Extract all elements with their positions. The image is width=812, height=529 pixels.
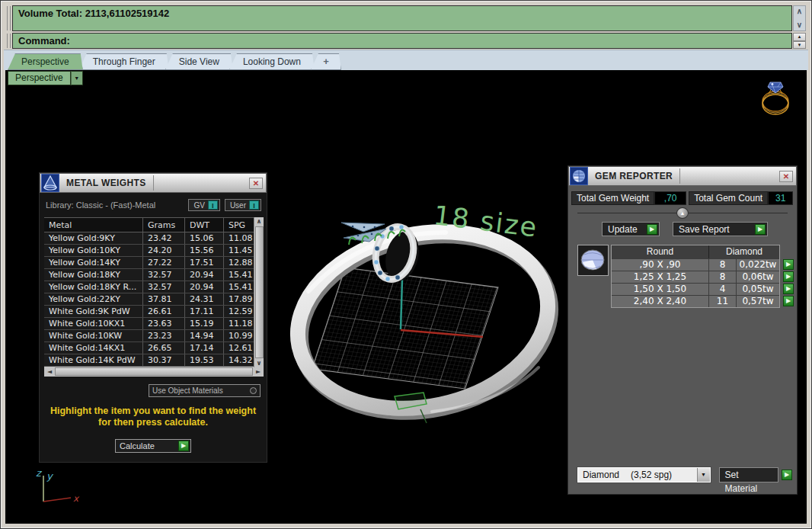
gem-table-row[interactable]: 1,50 X 1,50 4 0,05tw ▶ <box>612 283 779 295</box>
gem-table-row[interactable]: ,90 X ,90 8 0,022tw ▶ <box>612 258 779 271</box>
info-icon: I <box>208 200 218 210</box>
gem-row-action-button[interactable]: ▶ <box>783 284 794 294</box>
user-toggle-button[interactable]: User I <box>225 199 261 211</box>
metal-name-cell: White Gold:10KW <box>44 330 143 341</box>
material-spg: (3,52 spg) <box>631 470 672 480</box>
column-header-dwt[interactable]: DWT <box>185 218 224 232</box>
collapse-button[interactable]: ▲ <box>676 207 689 219</box>
metal-name-cell: Yellow Gold:18KY R... <box>44 281 143 293</box>
metal-table-vscrollbar[interactable]: ∧ ∨ <box>254 217 264 367</box>
column-header-diamond[interactable]: Diamond <box>709 245 779 258</box>
gem-table-row[interactable]: 1,25 X 1,25 8 0,06tw ▶ <box>612 271 779 283</box>
metal-table-row[interactable]: Yellow Gold:18KY 32.57 20.94 15.41 <box>44 269 264 281</box>
set-material-go-button[interactable]: ▶ <box>782 470 792 480</box>
grams-cell: 23.63 <box>143 318 185 329</box>
scroll-down-icon[interactable]: ∨ <box>257 359 262 367</box>
use-object-materials-dropdown[interactable]: Use Object Materials <box>149 384 261 397</box>
tab-looking-down[interactable]: Looking Down <box>229 53 315 70</box>
metal-table-row[interactable]: Yellow Gold:10KY 24.20 15.56 11.45 <box>44 245 264 257</box>
metal-table-row[interactable]: White Gold:10KX1 23.63 15.19 11.18 <box>44 318 264 330</box>
gv-toggle-button[interactable]: GV I <box>188 199 219 211</box>
metal-table-row[interactable]: Yellow Gold:14KY 27.22 17.51 12.88 <box>44 257 264 269</box>
gem-weight-cell: 0,05tw <box>737 284 779 295</box>
metal-table-row[interactable]: White Gold:14KX1 26.65 17.14 12.61 <box>44 342 264 354</box>
metal-table-rows: Yellow Gold:9KY 23.42 15.06 11.08 Yellow… <box>44 232 264 367</box>
gem-reporter-close-button[interactable]: ✕ <box>779 171 793 182</box>
gem-table-row[interactable]: 2,40 X 2,40 11 0,57tw ▶ <box>612 295 779 307</box>
tab-perspective[interactable]: Perspective <box>8 53 83 70</box>
viewport-title[interactable]: Perspective <box>8 71 71 85</box>
spin-up-button[interactable]: ▲ <box>793 33 806 41</box>
gem-table: Round Diamond ,90 X ,90 8 0,022tw ▶ <box>611 245 780 308</box>
library-label: Library: Classic - (Fast)-Metal <box>46 200 184 210</box>
drag-grip[interactable] <box>7 34 11 48</box>
grams-cell: 23.42 <box>143 232 185 244</box>
dwt-cell: 17.14 <box>185 342 224 354</box>
gem-reporter-titlebar[interactable]: GEM REPORTER ✕ <box>568 166 797 186</box>
grams-cell: 26.61 <box>143 306 185 317</box>
hscroll-thumb[interactable] <box>55 367 253 376</box>
tab-through-finger[interactable]: Through Finger <box>79 53 169 70</box>
dwt-cell: 24.31 <box>185 293 224 305</box>
history-scrollbar[interactable]: ∧ ∨ <box>793 5 806 31</box>
metal-table-row[interactable]: White Gold:14K PdW 30.37 19.53 14.32 <box>44 354 264 367</box>
metal-table-row[interactable]: Yellow Gold:22KY 37.81 24.31 17.89 <box>44 293 264 306</box>
save-report-button[interactable]: Save Report ▶ <box>673 222 768 236</box>
column-header-metal[interactable]: Metal <box>44 218 143 232</box>
gem-size-cell: 2,40 X 2,40 <box>612 296 709 307</box>
scroll-down-icon[interactable]: ∨ <box>797 21 802 29</box>
total-gem-count-label: Total Gem Count <box>689 191 768 205</box>
grams-cell: 27.22 <box>143 257 185 268</box>
grams-cell: 24.20 <box>143 245 185 256</box>
metal-name-cell: White Gold:10KX1 <box>44 318 143 329</box>
spin-down-button[interactable]: ▼ <box>793 41 806 50</box>
drag-grip[interactable] <box>7 6 11 30</box>
metal-table-row[interactable]: Yellow Gold:18KY R... 32.57 20.94 15.41 <box>44 281 264 293</box>
history-area: Volume Total: 2113,61102519142 ∧ ∨ <box>7 5 806 31</box>
gem-row-action-button[interactable]: ▶ <box>783 271 794 282</box>
metal-table-row[interactable]: Yellow Gold:9KY 23.42 15.06 11.08 <box>44 232 264 245</box>
update-button[interactable]: Update ▶ <box>602 222 660 236</box>
metal-weights-title: METAL WEIGHTS <box>59 178 153 188</box>
column-header-round[interactable]: Round <box>612 245 709 258</box>
metal-table-hscrollbar[interactable]: ◄ ► <box>44 367 264 377</box>
metal-table-row[interactable]: White Gold:9K PdW 26.61 17.11 12.59 <box>44 306 264 318</box>
metal-weights-close-button[interactable]: ✕ <box>249 178 263 189</box>
scroll-up-icon[interactable]: ∧ <box>257 217 262 226</box>
tab-side-view[interactable]: Side View <box>165 53 233 70</box>
round-gem-icon <box>578 245 608 275</box>
scroll-up-icon[interactable]: ∧ <box>797 8 802 15</box>
panel-divider: ▲ <box>577 207 788 219</box>
material-select[interactable]: Diamond (3,52 spg) ▼ <box>577 467 711 483</box>
add-tab-button[interactable]: + <box>311 53 341 70</box>
command-input[interactable]: Command: <box>12 33 792 49</box>
total-gem-count-value: 31 <box>768 191 793 205</box>
total-gem-weight-label: Total Gem Weight <box>571 191 654 205</box>
calculate-button[interactable]: Calculate ▶ <box>115 439 191 453</box>
volume-total-display: Volume Total: 2113,61102519142 <box>12 5 792 31</box>
metal-table-row[interactable]: White Gold:10KW 23.23 14.94 10.99 <box>44 330 264 342</box>
gem-count-cell: 11 <box>709 296 737 307</box>
dwt-cell: 17.51 <box>185 257 224 268</box>
gem-row-action-button[interactable]: ▶ <box>783 259 794 270</box>
viewport-title-button[interactable]: Perspective ▼ <box>8 71 83 85</box>
chevron-down-icon[interactable]: ▼ <box>697 468 710 482</box>
metal-table-header: Metal Grams DWT SPG <box>44 217 264 232</box>
gem-row-action-button[interactable]: ▶ <box>783 296 794 306</box>
set-material-button[interactable]: Set Material <box>719 467 778 483</box>
grams-cell: 23.23 <box>143 330 185 341</box>
scroll-left-icon[interactable]: ◄ <box>44 368 55 375</box>
axis-y-label: y <box>46 470 54 482</box>
viewport-menu-dropdown[interactable]: ▼ <box>71 71 83 85</box>
metal-name-cell: White Gold:14KX1 <box>44 342 143 354</box>
metal-weights-panel: METAL WEIGHTS ✕ Library: Classic - (Fast… <box>39 172 267 463</box>
dwt-cell: 15.56 <box>185 245 224 256</box>
column-header-grams[interactable]: Grams <box>143 218 185 232</box>
vscroll-thumb[interactable] <box>255 226 264 358</box>
gem-preview-thumbnail[interactable] <box>577 245 609 276</box>
metal-weights-titlebar[interactable]: METAL WEIGHTS ✕ <box>40 173 267 193</box>
metal-name-cell: Yellow Gold:10KY <box>44 245 143 256</box>
gem-weight-cell: 0,57tw <box>737 296 779 307</box>
scroll-right-icon[interactable]: ► <box>253 368 264 375</box>
viewport-3d[interactable]: Perspective ▼ <box>5 70 807 524</box>
